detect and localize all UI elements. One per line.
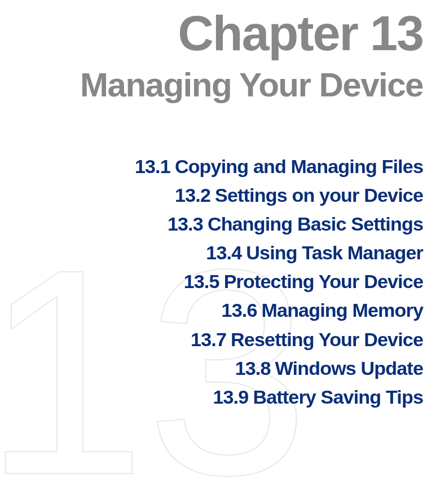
toc-title: Battery Saving Tips [253, 386, 423, 408]
toc-entry[interactable]: 13.5Protecting Your Device [184, 271, 423, 293]
toc-number: 13.9 [213, 386, 248, 408]
toc-number: 13.8 [235, 357, 271, 379]
toc-entry[interactable]: 13.7Resetting Your Device [191, 329, 423, 351]
toc-entry[interactable]: 13.4Using Task Manager [206, 242, 423, 264]
toc-entry[interactable]: 13.3Changing Basic Settings [168, 213, 423, 235]
toc-number: 13.1 [135, 156, 170, 177]
toc-number: 13.3 [168, 213, 203, 235]
toc-number: 13.5 [184, 271, 219, 292]
chapter-title: Managing Your Device [80, 68, 423, 102]
toc-title: Resetting Your Device [231, 329, 423, 350]
toc-number: 13.7 [191, 329, 226, 350]
toc-title: Windows Update [275, 357, 423, 379]
toc-entry[interactable]: 13.6Managing Memory [222, 299, 423, 321]
toc-number: 13.6 [222, 299, 257, 321]
toc-entry[interactable]: 13.9Battery Saving Tips [213, 386, 423, 408]
toc-entry[interactable]: 13.8Windows Update [235, 357, 423, 379]
toc-entry[interactable]: 13.2Settings on your Device [175, 184, 423, 206]
toc-title: Changing Basic Settings [208, 213, 423, 235]
toc-title: Managing Memory [262, 299, 423, 321]
chapter-number: Chapter 13 [178, 8, 423, 58]
toc-title: Copying and Managing Files [175, 156, 423, 177]
toc-number: 13.4 [206, 242, 241, 263]
chapter-cover-page: Chapter 13 Managing Your Device 13.1Copy… [0, 0, 440, 504]
toc-title: Using Task Manager [246, 242, 423, 263]
toc-title: Protecting Your Device [224, 271, 423, 292]
toc-title: Settings on your Device [215, 184, 423, 206]
table-of-contents: 13.1Copying and Managing Files 13.2Setti… [135, 156, 423, 408]
toc-entry[interactable]: 13.1Copying and Managing Files [135, 156, 423, 178]
toc-number: 13.2 [175, 184, 210, 206]
